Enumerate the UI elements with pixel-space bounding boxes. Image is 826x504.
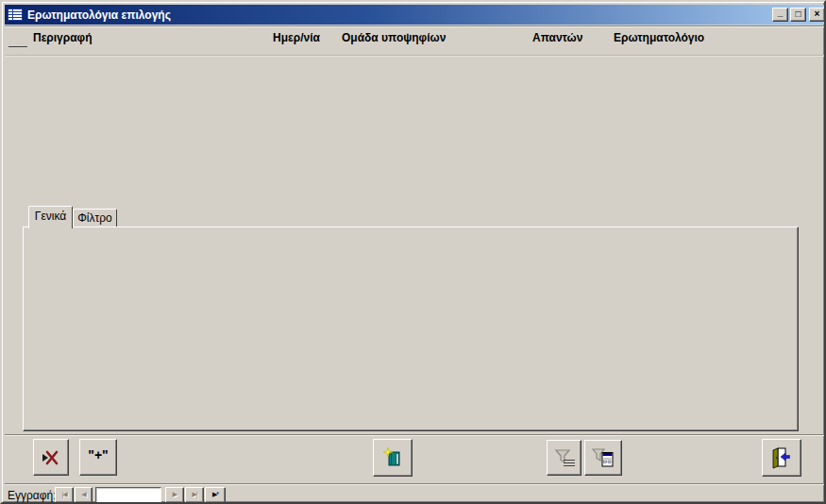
new-questionnaire-book-icon: [381, 446, 404, 469]
column-header-questionnaire: Ερωτηματολόγιο: [614, 31, 704, 44]
tab-filter[interactable]: Φίλτρο: [73, 209, 117, 227]
add-record-label: "+": [88, 450, 108, 465]
first-record-button[interactable]: |◀: [55, 487, 74, 503]
apply-filter-button[interactable]: [547, 440, 582, 476]
minimize-button[interactable]: _: [772, 8, 788, 22]
title-bar[interactable]: Ερωτηματολόγια επιλογής: [5, 5, 825, 25]
column-header-description: Περιγραφή: [33, 31, 93, 44]
column-header-candidate-group: Ομάδα υποψηφίων: [342, 31, 446, 44]
column-header-date: Ημερ/νία: [273, 31, 320, 44]
record-selector-mark: [8, 46, 27, 47]
filter-by-form-icon: [591, 447, 615, 468]
tab-general-label: Γενικά: [35, 210, 66, 223]
tab-panel: [23, 227, 799, 431]
previous-record-button[interactable]: ◀: [75, 487, 93, 503]
filter-funnel-icon: [552, 447, 577, 468]
record-nav-label: Εγγραφή:: [8, 489, 57, 502]
app-window: Ερωτηματολόγια επιλογής _ □ × Περιγραφή …: [0, 0, 826, 504]
exit-button[interactable]: [762, 439, 801, 477]
new-record-button[interactable]: ▶*: [205, 487, 226, 503]
new-questionnaire-button[interactable]: [373, 439, 413, 477]
form-window-icon: [8, 8, 23, 21]
filter-by-form-button[interactable]: [584, 440, 622, 476]
tab-general[interactable]: Γενικά: [28, 206, 73, 228]
navbar-separator: [5, 483, 825, 485]
last-record-button[interactable]: ▶|: [185, 487, 204, 503]
window-title: Ερωτηματολόγια επιλογής: [27, 8, 171, 22]
tab-filter-label: Φίλτρο: [77, 211, 111, 225]
delete-record-icon: [41, 448, 61, 467]
maximize-button[interactable]: □: [790, 8, 806, 22]
record-number-input[interactable]: [95, 487, 161, 503]
close-button[interactable]: ×: [809, 8, 825, 22]
exit-door-icon: [769, 446, 794, 469]
add-record-button[interactable]: "+": [79, 439, 117, 476]
record-list-area[interactable]: [5, 57, 825, 200]
next-record-button[interactable]: ▶: [165, 487, 184, 503]
buttonbar-separator: [5, 434, 825, 436]
column-header-respondent: Απαντών: [532, 31, 582, 44]
titlebar-separator: [5, 25, 825, 27]
delete-record-button[interactable]: [33, 439, 69, 476]
